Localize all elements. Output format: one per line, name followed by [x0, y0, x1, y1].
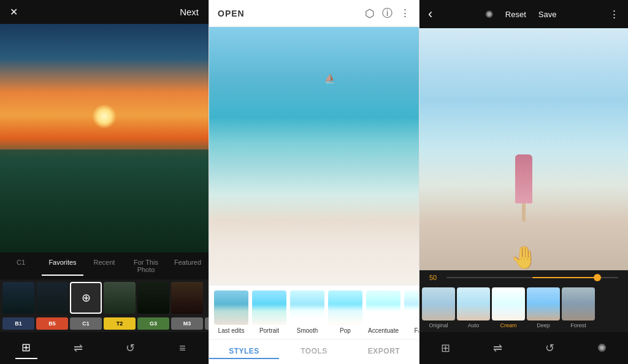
slider-area: 50	[419, 270, 628, 284]
sailboat: ⛵	[324, 74, 335, 83]
preset3-thumb-auto	[457, 287, 490, 320]
open-label: OPEN	[218, 9, 245, 18]
preset3-label-cream: Cream	[500, 322, 516, 328]
grid-icon[interactable]: ⊞	[15, 337, 37, 359]
filter-thumb-3[interactable]: ⊕	[70, 282, 102, 314]
panel3-tune-icon[interactable]: ✺	[591, 337, 613, 359]
preset3-label-original: Original	[429, 322, 448, 328]
tab-tools[interactable]: TOOLS	[279, 344, 349, 359]
panel3-grid-icon[interactable]: ⊞	[435, 337, 457, 359]
hand-icon: 🤚	[510, 245, 538, 270]
panel3-sliders-icon[interactable]: ⇌	[487, 337, 509, 359]
preset-thumb-fade	[404, 290, 419, 325]
filter-label-t2[interactable]: T2	[104, 317, 136, 330]
panel2-bottom-tabs: STYLES TOOLS EXPORT	[209, 339, 419, 364]
preset-label-pop: Pop	[340, 327, 351, 334]
preset-fade[interactable]: Fade	[404, 290, 419, 334]
panel-1: ✕ Next C1 Favorites Recent For This Phot…	[0, 0, 209, 364]
filter-label-b1[interactable]: B1	[2, 317, 34, 330]
slider-fill	[532, 277, 601, 278]
preset-strip: Last edits Portrait Smooth Pop Accentuat…	[209, 285, 419, 339]
panel1-bottom-bar: ⊞ ⇌ ↺ ≡	[0, 332, 209, 364]
next-button[interactable]: Next	[180, 7, 199, 17]
filter-label-m3[interactable]: M3	[171, 317, 203, 330]
filter-thumb-1[interactable]	[2, 282, 34, 314]
slider-value: 50	[429, 274, 442, 281]
preset3-label-auto: Auto	[468, 322, 480, 328]
close-button[interactable]: ✕	[10, 6, 18, 18]
popsicle-bar	[515, 154, 532, 203]
popsicle	[515, 154, 532, 222]
preset-label-accentuate: Accentuate	[368, 327, 399, 334]
slider-thumb[interactable]	[594, 274, 601, 281]
preset-pop[interactable]: Pop	[328, 290, 362, 334]
tab-export[interactable]: EXPORT	[349, 344, 419, 359]
filter-label-c1[interactable]: C1	[70, 317, 102, 330]
sliders-icon[interactable]: ⇌	[67, 337, 90, 359]
filter-name-strip: B1 B5 C1 T2 G3 M3 M5	[0, 316, 209, 332]
preset3-label-forest: Forest	[570, 322, 586, 328]
panel1-tab-bar: C1 Favorites Recent For This Photo Featu…	[0, 252, 209, 279]
tune-icon[interactable]: ≡	[172, 337, 194, 359]
preset-thumb-accentuate	[366, 290, 400, 325]
preset-thumb-smooth	[290, 290, 324, 325]
filter-label-g3[interactable]: G3	[137, 317, 169, 330]
preset3-auto[interactable]: Auto	[457, 287, 490, 328]
panel2-header: OPEN ⬡ ⓘ ⋮	[209, 0, 419, 27]
panel3-photo: 🤚	[419, 28, 628, 270]
preset-label-last-edits: Last edits	[218, 327, 245, 334]
panel1-photo	[0, 24, 209, 252]
tab-styles[interactable]: STYLES	[209, 344, 279, 359]
popsicle-stick	[522, 203, 526, 222]
preset-label-smooth: Smooth	[297, 327, 318, 334]
filter-thumb-5[interactable]	[137, 282, 169, 314]
preset-portrait[interactable]: Portrait	[252, 290, 286, 334]
info-icon[interactable]: ⓘ	[382, 6, 392, 20]
reset-button[interactable]: Reset	[505, 10, 526, 19]
sparkle-icon[interactable]: ✺	[485, 9, 493, 20]
preset-smooth[interactable]: Smooth	[290, 290, 324, 334]
sun-glow	[92, 104, 117, 129]
preset3-cream[interactable]: Cream	[492, 287, 525, 328]
preset3-forest[interactable]: Forest	[562, 287, 595, 328]
panel3-preset-bar: Original Auto Cream Deep Forest	[419, 284, 628, 332]
panel3-header-center: ✺ Reset Save	[485, 9, 557, 20]
filter-label-b5[interactable]: B5	[36, 317, 68, 330]
preset-thumb-portrait	[252, 290, 286, 325]
preset3-thumb-forest	[562, 287, 595, 320]
preset-thumb-pop	[328, 290, 362, 325]
water-reflection	[0, 150, 209, 252]
save-button[interactable]: Save	[538, 10, 557, 19]
preset3-thumb-deep	[527, 287, 560, 320]
filter-thumb-4[interactable]	[104, 282, 136, 314]
preset-accentuate[interactable]: Accentuate	[366, 290, 400, 334]
back-button[interactable]: ‹	[428, 6, 432, 22]
preset3-thumb-cream	[492, 287, 525, 320]
panel3-header: ‹ ✺ Reset Save ⋮	[419, 0, 628, 28]
tab-favorites[interactable]: Favorites	[42, 256, 83, 276]
more-icon[interactable]: ⋮	[400, 7, 410, 20]
slider-track[interactable]	[446, 277, 618, 278]
preset3-thumb-original	[422, 287, 455, 320]
filter-thumb-2[interactable]	[36, 282, 68, 314]
undo-icon[interactable]: ↺	[120, 337, 142, 359]
filter-strip: ⊕	[0, 279, 209, 316]
panel3-bottom-bar: ⊞ ⇌ ↺ ✺	[419, 332, 628, 364]
preset3-original[interactable]: Original	[422, 287, 455, 328]
panel-2: OPEN ⬡ ⓘ ⋮ ⛵ Last edits Portrait Smooth …	[209, 0, 419, 364]
mask-icon[interactable]: ⬡	[365, 7, 375, 20]
preset3-label-deep: Deep	[537, 322, 550, 328]
tab-for-this-photo[interactable]: For This Photo	[125, 256, 167, 276]
preset3-deep[interactable]: Deep	[527, 287, 560, 328]
preset-thumb-last-edits	[214, 290, 248, 325]
panel2-photo: ⛵	[209, 27, 419, 285]
tab-recent[interactable]: Recent	[83, 256, 125, 276]
panel3-undo-icon[interactable]: ↺	[539, 337, 561, 359]
tab-c1[interactable]: C1	[0, 256, 42, 276]
more-options-icon[interactable]: ⋮	[609, 8, 619, 21]
panel-3: ‹ ✺ Reset Save ⋮ 🤚 50 Original Auto	[419, 0, 628, 364]
filter-thumb-6[interactable]	[171, 282, 203, 314]
preset-label-portrait: Portrait	[259, 327, 279, 334]
tab-featured[interactable]: Featured	[167, 256, 209, 276]
preset-last-edits[interactable]: Last edits	[214, 290, 248, 334]
